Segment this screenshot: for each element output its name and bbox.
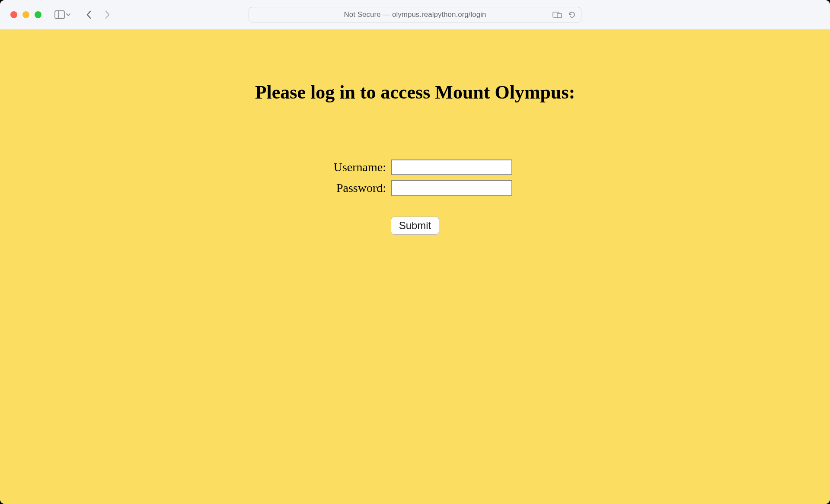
close-window-button[interactable]: [10, 11, 17, 18]
chevron-right-icon: [104, 10, 111, 20]
username-label: Username:: [318, 160, 391, 174]
chevron-left-icon: [86, 10, 93, 20]
username-input[interactable]: [391, 159, 512, 175]
minimize-window-button[interactable]: [22, 11, 29, 18]
page-title: Please log in to access Mount Olympus:: [0, 81, 830, 103]
back-button[interactable]: [84, 10, 94, 20]
sidebar-icon: [54, 10, 65, 19]
login-form: Username: Password: Submit: [318, 159, 512, 235]
svg-rect-0: [55, 11, 64, 19]
svg-rect-3: [557, 13, 562, 18]
maximize-window-button[interactable]: [35, 11, 42, 18]
address-bar[interactable]: Not Secure — olympus.realpython.org/logi…: [249, 7, 581, 22]
reader-icon[interactable]: [552, 11, 562, 18]
navigation-arrows: [84, 10, 112, 20]
address-bar-actions: [552, 11, 576, 19]
reload-icon[interactable]: [568, 11, 576, 19]
address-bar-text: Not Secure — olympus.realpython.org/logi…: [344, 10, 486, 19]
page-body: Please log in to access Mount Olympus: U…: [0, 29, 830, 504]
submit-button[interactable]: Submit: [391, 217, 440, 235]
submit-row: Submit: [318, 217, 512, 235]
browser-window: Not Secure — olympus.realpython.org/logi…: [0, 0, 830, 504]
password-label: Password:: [318, 181, 391, 195]
sidebar-toggle-button[interactable]: [54, 10, 71, 19]
forward-button[interactable]: [102, 10, 112, 20]
password-row: Password:: [318, 180, 512, 196]
window-controls: [10, 11, 42, 18]
chevron-down-icon: [66, 12, 71, 17]
username-row: Username:: [318, 159, 512, 175]
password-input[interactable]: [391, 180, 512, 196]
browser-toolbar: Not Secure — olympus.realpython.org/logi…: [0, 0, 830, 29]
